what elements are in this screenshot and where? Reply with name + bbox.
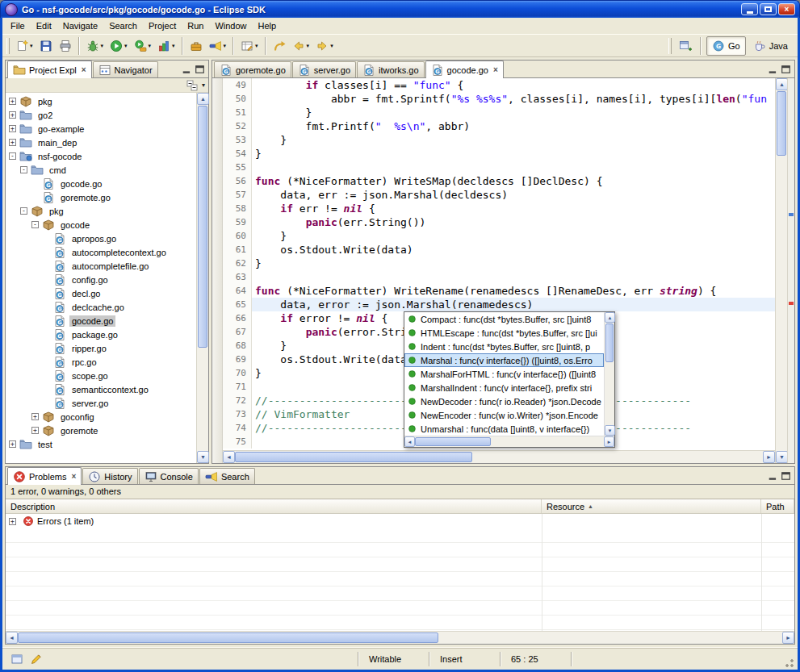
view-tab-navigator[interactable]: Navigator (93, 61, 158, 77)
close-tab-icon[interactable]: × (80, 65, 86, 74)
dropdown-arrow-icon[interactable]: ▾ (255, 43, 258, 49)
expand-toggle-icon[interactable]: - (20, 166, 27, 173)
scroll-thumb[interactable] (198, 106, 207, 348)
search-button[interactable]: ▾ (206, 36, 230, 56)
expand-toggle-icon[interactable]: + (31, 413, 39, 420)
toolbar-handle[interactable] (668, 38, 672, 54)
view-tab-search[interactable]: Search (199, 468, 255, 484)
scroll-up-icon[interactable]: ▲ (197, 93, 209, 105)
tree-item-gocode-go[interactable]: Ggocode.go (6, 314, 196, 328)
column-header-description[interactable]: Description (6, 499, 542, 513)
code-line[interactable]: 52 fmt.Printf(" %s\n", abbr) (223, 119, 775, 133)
scroll-right-icon[interactable]: ► (604, 436, 614, 447)
forward-button[interactable]: ▾ (312, 36, 337, 56)
tree-item-main-dep[interactable]: +main_dep (6, 136, 196, 149)
autocomplete-item[interactable]: Compact : func(dst *bytes.Buffer, src []… (404, 312, 604, 326)
editor-tab-gocode-go[interactable]: Ggocode.go× (425, 61, 504, 78)
tree-item-pkg[interactable]: -pkg (6, 204, 196, 218)
annotations-button[interactable]: ▾ (237, 36, 262, 56)
tree-item-go-example[interactable]: +go-example (6, 122, 196, 136)
expand-toggle-icon[interactable]: + (9, 440, 16, 448)
menu-search[interactable]: Search (103, 19, 143, 33)
editor-tab-server-go[interactable]: Gserver.go (292, 61, 356, 77)
tree-item-package-go[interactable]: Gpackage.go (6, 328, 196, 341)
tree-item-decl-go[interactable]: Gdecl.go (6, 286, 196, 300)
scroll-right-icon[interactable]: ► (782, 632, 794, 644)
expand-toggle-icon[interactable]: - (31, 221, 39, 228)
scroll-left-icon[interactable]: ◄ (404, 436, 415, 447)
code-line[interactable]: 56func (*NiceFormatter) WriteSMap(declde… (223, 174, 775, 188)
dropdown-arrow-icon[interactable]: ▾ (30, 43, 33, 49)
autocomplete-item[interactable]: HTMLEscape : func(dst *bytes.Buffer, src… (404, 326, 604, 340)
tree-item-gocode-go[interactable]: Ggocode.go (6, 177, 196, 190)
autocomplete-item[interactable]: MarshalIndent : func(v interface{}, pref… (404, 381, 604, 394)
back-button[interactable]: ▾ (289, 36, 313, 56)
code-line[interactable]: 55 (223, 161, 775, 174)
expand-toggle-icon[interactable]: + (9, 139, 16, 146)
problems-hscrollbar[interactable]: ◄ ► (6, 631, 794, 644)
tree-item-go2[interactable]: +go2 (6, 108, 196, 122)
editor-hscrollbar[interactable]: ◄ ► (223, 450, 775, 463)
tree-item-config-go[interactable]: Gconfig.go (6, 273, 196, 286)
code-line[interactable]: 53 } (223, 133, 775, 147)
save-button[interactable] (36, 36, 56, 56)
code-line[interactable]: 63 (223, 270, 775, 284)
scroll-thumb[interactable] (777, 91, 786, 156)
run-button[interactable]: ▾ (107, 36, 131, 56)
new-wizard-button[interactable]: ▾ (12, 36, 36, 56)
editor-tab-goremote-go[interactable]: Ggoremote.go (214, 61, 291, 77)
perspective-go-button[interactable]: GGo (706, 36, 746, 56)
resize-grip[interactable] (784, 657, 794, 668)
scroll-thumb[interactable] (18, 632, 438, 643)
scroll-down-icon[interactable]: ▼ (197, 451, 209, 463)
code-line[interactable]: 62} (223, 257, 775, 270)
tree-item-declcache-go[interactable]: Gdeclcache.go (6, 300, 196, 314)
scroll-thumb[interactable] (605, 323, 614, 362)
menu-edit[interactable]: Edit (31, 19, 57, 33)
code-line[interactable]: 57 data, err := json.Marshal(decldescs) (223, 188, 775, 202)
expand-toggle-icon[interactable]: + (9, 125, 16, 132)
view-menu-icon[interactable]: ▾ (202, 81, 205, 89)
popup-scrollbar[interactable]: ▲ ▼ (604, 312, 614, 436)
popup-hscrollbar[interactable]: ◄ ► (404, 436, 614, 447)
autocomplete-item[interactable]: Indent : func(dst *bytes.Buffer, src []u… (404, 340, 604, 353)
menu-file[interactable]: File (5, 19, 31, 33)
tree-item-scope-go[interactable]: Gscope.go (6, 369, 196, 382)
code-line[interactable]: 64func (*NiceFormatter) WriteRename(rena… (223, 284, 775, 298)
dropdown-arrow-icon[interactable]: ▾ (172, 43, 175, 49)
scroll-left-icon[interactable]: ◄ (223, 451, 235, 463)
tree-item-test[interactable]: +test (6, 437, 196, 451)
maximize-view-icon[interactable] (195, 65, 205, 74)
perspective-java-button[interactable]: Java (748, 36, 794, 56)
tree-item-goremote[interactable]: +goremote (6, 424, 196, 437)
scroll-up-icon[interactable]: ▲ (776, 78, 788, 90)
expand-toggle-icon[interactable]: - (20, 207, 27, 215)
dropdown-arrow-icon[interactable]: ▾ (101, 43, 104, 49)
expand-toggle-icon[interactable]: + (9, 98, 16, 105)
tree-item-cmd[interactable]: -cmd (6, 163, 196, 177)
close-button[interactable]: × (778, 3, 795, 15)
tree-item-pkg[interactable]: +pkg (6, 94, 196, 108)
tree-item-nsf-gocode[interactable]: -nsf-gocode (6, 149, 196, 163)
scroll-thumb[interactable] (415, 437, 491, 446)
menu-navigate[interactable]: Navigate (57, 19, 103, 33)
maximize-view-icon[interactable] (781, 471, 791, 481)
menu-help[interactable]: Help (253, 19, 283, 33)
tree-item-goremote-go[interactable]: Ggoremote.go (6, 190, 196, 204)
autocomplete-item[interactable]: NewDecoder : func(r io.Reader) *json.Dec… (404, 394, 604, 408)
scroll-right-icon[interactable]: ► (763, 451, 775, 463)
explorer-scrollbar[interactable]: ▲ ▼ (196, 93, 208, 463)
editor-scrollbar[interactable]: ▲ ▼ (775, 78, 787, 463)
dropdown-arrow-icon[interactable]: ▾ (307, 43, 310, 49)
dropdown-arrow-icon[interactable]: ▾ (149, 43, 152, 49)
run-external-button[interactable]: ▾ (131, 36, 155, 56)
code-line[interactable]: 49 if classes[i] == "func" { (223, 78, 775, 92)
minimize-button[interactable] (741, 3, 758, 15)
scroll-up-icon[interactable]: ▲ (605, 312, 615, 323)
dropdown-arrow-icon[interactable]: ▾ (124, 43, 128, 49)
coverage-button[interactable]: ▾ (154, 36, 178, 56)
scroll-down-icon[interactable]: ▼ (776, 451, 788, 463)
code-line[interactable]: 61 os.Stdout.Write(data) (223, 243, 775, 257)
scroll-left-icon[interactable]: ◄ (6, 632, 18, 644)
close-tab-icon[interactable]: × (69, 472, 76, 481)
